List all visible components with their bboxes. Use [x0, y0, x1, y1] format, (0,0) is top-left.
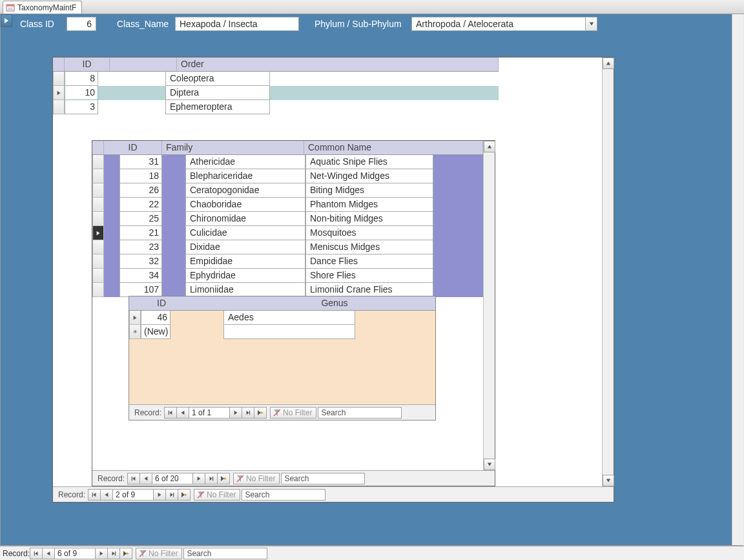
next-record-button[interactable] [192, 473, 205, 484]
family-row[interactable]: 107LimoniidaeLimoniid Crane Flies [92, 283, 483, 297]
genus-row[interactable]: 46Aedes [129, 311, 435, 325]
family-row[interactable]: 26CeratopogonidaeBiting Midges [92, 183, 483, 198]
family-name[interactable]: Empididae [185, 254, 305, 269]
order-row[interactable]: 10Diptera [53, 86, 499, 100]
family-name[interactable]: Culicidae [185, 226, 305, 240]
family-id[interactable]: 25 [119, 212, 162, 226]
row-selector[interactable] [92, 183, 104, 198]
family-row[interactable]: 31AthericidaeAquatic Snipe Flies [92, 155, 483, 169]
family-common-name[interactable]: Dance Flies [305, 254, 433, 269]
genus-row[interactable]: (New) [129, 325, 435, 339]
scroll-up-icon[interactable] [484, 141, 495, 152]
genera-id-header[interactable]: ID [141, 296, 182, 310]
family-id[interactable]: 18 [119, 169, 162, 183]
filter-button[interactable]: No Filter [136, 548, 182, 559]
family-common-name[interactable]: Shore Flies [305, 269, 433, 283]
row-selector[interactable] [129, 325, 141, 339]
family-name[interactable]: Athericidae [185, 155, 305, 169]
first-record-button[interactable] [30, 548, 43, 559]
prev-record-button[interactable] [176, 407, 189, 419]
row-selector[interactable] [92, 198, 104, 212]
first-record-button[interactable] [127, 473, 140, 484]
search-input[interactable]: Search [242, 489, 326, 501]
family-id[interactable]: 21 [119, 226, 162, 240]
order-id[interactable]: 8 [65, 72, 98, 86]
orders-order-header[interactable]: Order [177, 57, 499, 71]
chevron-down-icon[interactable] [586, 17, 597, 31]
family-common-name[interactable]: Phantom Midges [305, 198, 433, 212]
prev-record-button[interactable] [42, 548, 55, 559]
record-position[interactable]: 2 of 9 [112, 489, 154, 501]
row-selector[interactable] [92, 240, 104, 254]
family-row[interactable]: 34EphydridaeShore Flies [92, 269, 483, 283]
order-name[interactable]: Diptera [165, 86, 270, 100]
new-record-button[interactable] [119, 548, 132, 559]
new-record-button[interactable] [178, 489, 191, 501]
record-position[interactable]: 1 of 1 [189, 407, 230, 419]
family-common-name[interactable]: Mosquitoes [305, 226, 433, 240]
family-row[interactable]: 23DixidaeMeniscus Midges [92, 240, 483, 254]
row-selector[interactable] [92, 283, 104, 297]
row-selector[interactable] [92, 254, 104, 269]
family-name[interactable]: Dixidae [185, 240, 305, 254]
genus-id[interactable]: 46 [141, 311, 170, 325]
family-id[interactable]: 31 [119, 155, 162, 169]
family-name[interactable]: Blephariceridae [185, 169, 305, 183]
search-input[interactable]: Search [318, 407, 402, 419]
next-record-button[interactable] [229, 407, 242, 419]
first-record-button[interactable] [88, 489, 101, 501]
genera-genus-header[interactable]: Genus [234, 296, 435, 310]
family-row[interactable]: 25ChironomidaeNon-biting Midges [92, 212, 483, 226]
doc-vscroll[interactable] [732, 14, 743, 545]
next-record-button[interactable] [95, 548, 108, 559]
row-selector[interactable] [53, 72, 65, 86]
prev-record-button[interactable] [140, 473, 152, 484]
next-record-button[interactable] [153, 489, 166, 501]
phylum-field[interactable]: Arthropoda / Atelocerata [411, 17, 586, 31]
family-common-name[interactable]: Net-Winged Midges [305, 169, 433, 183]
filter-button[interactable]: No Filter [194, 489, 240, 501]
family-row[interactable]: 18BlephariceridaeNet-Winged Midges [92, 169, 483, 183]
family-name[interactable]: Ephydridae [185, 269, 305, 283]
record-position[interactable]: 6 of 9 [54, 548, 96, 559]
family-row[interactable]: 21CulicidaeMosquitoes [92, 226, 483, 240]
class-record-selector-btn[interactable] [1, 14, 12, 27]
orders-rowsel-header[interactable] [53, 57, 65, 71]
last-record-button[interactable] [107, 548, 120, 559]
scroll-down-icon[interactable] [484, 459, 495, 470]
order-id[interactable]: 3 [65, 100, 98, 114]
filter-button[interactable]: No Filter [233, 473, 280, 484]
family-common-name[interactable]: Non-biting Midges [305, 212, 433, 226]
row-selector[interactable] [92, 169, 104, 183]
family-id[interactable]: 26 [119, 183, 162, 198]
families-vscroll[interactable] [483, 141, 495, 470]
row-selector[interactable] [53, 86, 65, 100]
row-selector[interactable] [92, 212, 104, 226]
last-record-button[interactable] [205, 473, 218, 484]
family-row[interactable]: 32EmpididaeDance Flies [92, 254, 483, 269]
scroll-down-icon[interactable] [603, 475, 614, 486]
families-common-header[interactable]: Common Name [304, 141, 483, 154]
family-common-name[interactable]: Aquatic Snipe Flies [305, 155, 433, 169]
genus-name[interactable]: Aedes [223, 311, 355, 325]
orders-vscroll[interactable] [602, 57, 614, 486]
order-id[interactable]: 10 [65, 86, 98, 100]
phylum-combo[interactable]: Arthropoda / Atelocerata [411, 17, 597, 31]
row-selector[interactable] [129, 311, 141, 325]
orders-id-header[interactable]: ID [65, 57, 110, 71]
last-record-button[interactable] [242, 407, 254, 419]
search-input[interactable]: Search [281, 473, 365, 484]
order-row[interactable]: 8Coleoptera [53, 72, 499, 86]
form-tab[interactable]: TaxonomyMaintF [3, 1, 82, 14]
family-name[interactable]: Chironomidae [185, 212, 305, 226]
family-id[interactable]: 32 [119, 254, 162, 269]
genus-id[interactable]: (New) [141, 325, 170, 339]
genera-spacer-header[interactable] [182, 296, 234, 310]
last-record-button[interactable] [165, 489, 178, 501]
class-id-field[interactable]: 6 [67, 17, 96, 31]
family-common-name[interactable]: Biting Midges [305, 183, 433, 198]
order-row[interactable]: 3Ephemeroptera [53, 100, 499, 114]
new-record-button[interactable] [217, 473, 230, 484]
record-position[interactable]: 6 of 20 [152, 473, 193, 484]
scroll-up-icon[interactable] [603, 57, 614, 69]
